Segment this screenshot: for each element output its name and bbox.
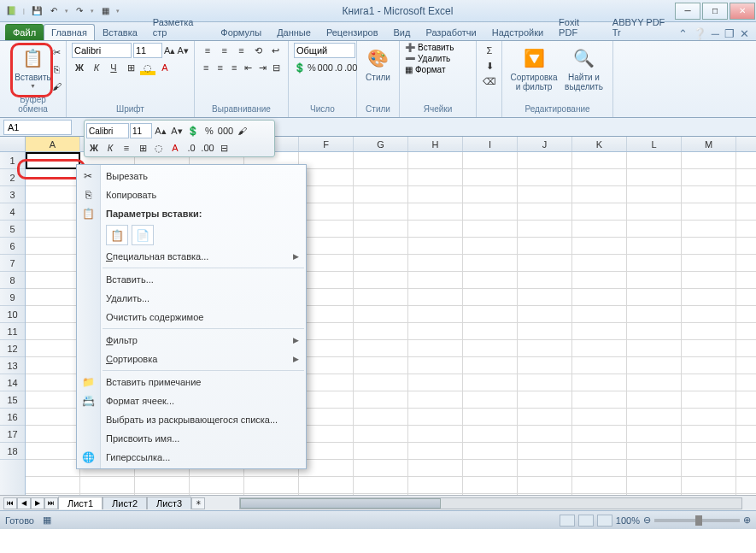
row-header[interactable]: 1 (0, 152, 25, 169)
row-header[interactable]: 4 (0, 203, 25, 221)
column-header[interactable]: J (518, 137, 572, 151)
tab-insert[interactable]: Вставка (95, 24, 145, 40)
ctx-insert[interactable]: Вставить... (77, 270, 306, 289)
tab-review[interactable]: Рецензиров (319, 24, 386, 40)
ctx-sort[interactable]: СортировкаСортировка▶ (77, 350, 306, 368)
active-cell[interactable] (26, 152, 80, 169)
ctx-clear[interactable]: Очистить содержимое (77, 308, 306, 327)
maximize-button[interactable]: □ (702, 3, 728, 20)
underline-button[interactable]: Ч (106, 60, 121, 75)
mini-font-color-icon[interactable]: A (167, 140, 183, 156)
decrease-indent-icon[interactable]: ⇤ (243, 60, 255, 75)
row-header[interactable]: 3 (0, 186, 25, 203)
wrap-text-icon[interactable]: ↩ (267, 43, 283, 58)
select-all-corner[interactable] (0, 137, 26, 151)
decrease-decimal-icon[interactable]: .00 (344, 60, 357, 75)
styles-button[interactable]: 🎨 Стили (362, 43, 394, 84)
tab-foxit[interactable]: Foxit PDF (551, 14, 605, 40)
row-header[interactable]: 5 (0, 221, 25, 238)
row-header[interactable]: 11 (0, 323, 25, 340)
mini-size-select[interactable] (130, 123, 152, 138)
qat-customize-icon[interactable]: ▾ (114, 8, 121, 15)
minimize-ribbon-icon[interactable]: ⌃ (678, 27, 688, 40)
mini-italic-button[interactable]: К (103, 140, 118, 156)
mini-fill-color-icon[interactable]: ◌ (151, 140, 167, 156)
align-right-icon[interactable]: ≡ (228, 60, 241, 75)
format-painter-icon[interactable]: 🖌 (49, 79, 64, 94)
row-header[interactable]: 12 (0, 340, 25, 357)
currency-icon[interactable]: 💲 (294, 60, 306, 75)
mini-comma-icon[interactable]: 000 (218, 123, 233, 138)
mini-currency-icon[interactable]: 💲 (185, 123, 201, 138)
zoom-level[interactable]: 100% (616, 515, 640, 526)
zoom-slider-thumb[interactable] (695, 515, 702, 526)
fill-color-icon[interactable]: ◌ (140, 60, 155, 75)
sheet-nav-next[interactable]: ▶ (31, 497, 44, 509)
row-header[interactable]: 16 (0, 409, 25, 426)
row-header[interactable]: 18 (0, 443, 25, 460)
increase-decimal-icon[interactable]: .0 (335, 60, 343, 75)
increase-font-icon[interactable]: A▴ (164, 43, 176, 58)
undo-icon[interactable]: ↶ (46, 3, 62, 19)
increase-indent-icon[interactable]: ⇥ (256, 60, 269, 75)
macro-record-icon[interactable]: ▦ (43, 515, 51, 526)
column-header[interactable]: F (299, 137, 354, 151)
tab-developer[interactable]: Разработчи (418, 24, 483, 40)
close-button[interactable]: ✕ (730, 3, 755, 20)
align-left-icon[interactable]: ≡ (200, 60, 213, 75)
minimize-button[interactable]: ─ (675, 3, 700, 20)
excel-icon[interactable]: 📗 (3, 3, 19, 19)
dropdown-arrow-icon[interactable]: ▾ (63, 8, 70, 15)
format-cells-button[interactable]: Формат (415, 65, 446, 74)
mini-inc-decimal-icon[interactable]: .0 (184, 140, 199, 156)
row-header[interactable]: 15 (0, 391, 25, 409)
sheet-nav-first[interactable]: ⏮ (3, 497, 17, 509)
ctx-delete[interactable]: Удалить... (77, 289, 306, 308)
number-format-select[interactable] (294, 43, 355, 58)
save-icon[interactable]: 💾 (29, 3, 44, 19)
font-name-select[interactable] (72, 43, 132, 58)
view-page-break-icon[interactable] (597, 515, 612, 527)
row-header[interactable]: 8 (0, 272, 25, 289)
ctx-format-cells[interactable]: 📇Формат ячеек... (77, 391, 306, 410)
sheet-tab[interactable]: Лист1 (58, 497, 103, 509)
tab-home[interactable]: Главная (44, 24, 95, 40)
help-icon[interactable]: ❔ (693, 27, 706, 40)
window-restore-icon[interactable]: ❐ (724, 27, 735, 40)
align-center-icon[interactable]: ≡ (214, 60, 227, 75)
dropdown-arrow-icon[interactable]: ▾ (89, 8, 96, 15)
tab-addins[interactable]: Надстройки (484, 24, 551, 40)
mini-dec-decimal-icon[interactable]: .00 (200, 140, 215, 156)
orientation-icon[interactable]: ⟲ (250, 43, 266, 58)
ctx-insert-comment[interactable]: 📁Вставить примечание (77, 373, 306, 391)
row-header[interactable]: 13 (0, 357, 25, 374)
tab-file[interactable]: Файл (5, 24, 44, 40)
column-header[interactable]: K (572, 137, 627, 151)
zoom-in-button[interactable]: ⊕ (743, 515, 751, 526)
find-select-button[interactable]: 🔍 Найти и выделить (560, 43, 607, 93)
mini-increase-font-icon[interactable]: A▴ (153, 123, 168, 138)
comma-icon[interactable]: 000 (318, 60, 333, 75)
font-size-select[interactable] (133, 43, 162, 58)
column-header[interactable]: A (26, 137, 80, 151)
mini-merge-icon[interactable]: ⊟ (216, 140, 231, 156)
border-icon[interactable]: ⊞ (123, 60, 138, 75)
clear-icon[interactable]: ⌫ (482, 74, 497, 89)
ctx-copy[interactable]: ⎘Копировать (77, 185, 306, 204)
percent-icon[interactable]: % (308, 60, 316, 75)
scrollbar-thumb[interactable] (240, 498, 441, 509)
row-header[interactable]: 9 (0, 289, 25, 306)
font-color-icon[interactable]: A (157, 60, 173, 75)
ctx-filter[interactable]: ФильтрФильтр▶ (77, 331, 306, 350)
row-header[interactable]: 2 (0, 169, 25, 186)
ctx-define-name[interactable]: Присвоить имя... (77, 429, 306, 448)
zoom-out-button[interactable]: ⊖ (643, 515, 651, 526)
sheet-nav-prev[interactable]: ◀ (17, 497, 31, 509)
column-header[interactable]: H (408, 137, 463, 151)
view-page-layout-icon[interactable] (578, 515, 594, 527)
delete-cells-button[interactable]: Удалить (418, 54, 450, 63)
tab-data[interactable]: Данные (269, 24, 319, 40)
tab-view[interactable]: Вид (386, 24, 419, 40)
row-header[interactable]: 14 (0, 374, 25, 391)
redo-icon[interactable]: ↷ (72, 3, 87, 19)
